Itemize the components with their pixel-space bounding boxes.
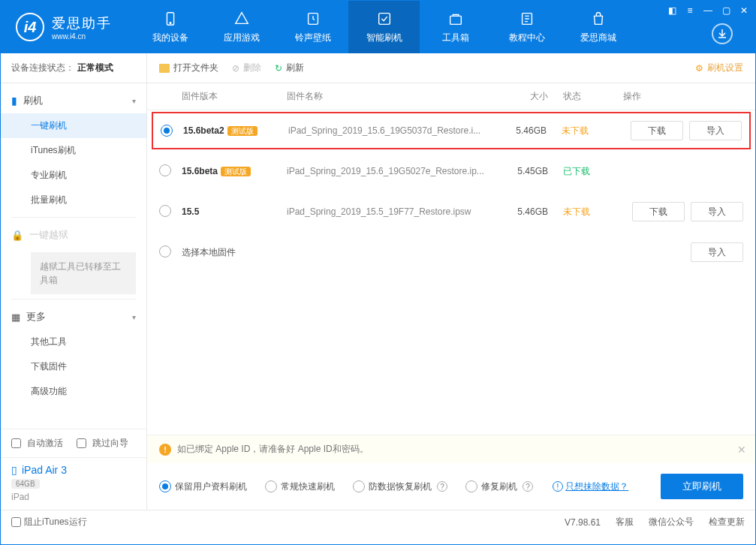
block-itunes-label: 阻止iTunes运行	[24, 516, 87, 528]
flash-option-0[interactable]: 保留用户资料刷机	[159, 480, 247, 493]
titlebar: i4 爱思助手 www.i4.cn 我的设备应用游戏铃声壁纸智能刷机工具箱教程中…	[1, 1, 755, 53]
flash-now-button[interactable]: 立即刷机	[661, 474, 743, 499]
topnav-4[interactable]: 工具箱	[420, 1, 491, 53]
jailbreak-note: 越狱工具已转移至工具箱	[31, 252, 136, 294]
close-warning-icon[interactable]: ✕	[737, 444, 746, 456]
sidebar-more-item-0[interactable]: 其他工具	[1, 330, 146, 354]
firmware-radio[interactable]	[161, 125, 173, 137]
firmware-row: 15.6beta测试版iPad_Spring_2019_15.6_19G5027…	[147, 151, 755, 191]
delete-button[interactable]: ⊘ 删除	[232, 62, 261, 74]
device-storage-badge: 64GB	[11, 479, 40, 489]
firmware-version: 15.5	[182, 206, 199, 217]
flash-option-1[interactable]: 常规快速刷机	[265, 480, 335, 493]
nav-icon	[447, 11, 464, 27]
topnav-2[interactable]: 铃声壁纸	[277, 1, 348, 53]
sidebar-item-1[interactable]: iTunes刷机	[1, 138, 146, 163]
statusbar: 阻止iTunes运行 V7.98.61 客服 微信公众号 检查更新	[1, 510, 755, 534]
option-radio[interactable]	[353, 480, 365, 492]
import-button[interactable]: 导入	[691, 242, 743, 262]
skip-guide-label: 跳过向导	[92, 437, 128, 450]
firmware-size: 5.45GB	[503, 166, 563, 176]
topnav-0[interactable]: 我的设备	[134, 1, 206, 53]
nav-icon	[519, 11, 535, 27]
download-button[interactable]: 下载	[632, 202, 685, 221]
help-icon[interactable]: ?	[437, 481, 447, 492]
flash-option-2[interactable]: 防数据恢复刷机?	[353, 480, 447, 493]
menu-icon[interactable]: ≡	[685, 5, 695, 16]
flash-settings-button[interactable]: ⚙ 刷机设置	[695, 62, 743, 74]
refresh-button[interactable]: ↻ 刷新	[275, 62, 304, 74]
sidebar-group-more[interactable]: ▦ 更多 ▾	[1, 304, 146, 330]
sidebar-item-0[interactable]: 一键刷机	[1, 113, 146, 138]
warning-text: 如已绑定 Apple ID，请准备好 Apple ID和密码。	[177, 443, 369, 456]
skip-guide-checkbox[interactable]	[77, 438, 86, 448]
topnav-1[interactable]: 应用游戏	[206, 1, 277, 53]
info-icon[interactable]: !	[553, 481, 563, 492]
header-size: 大小	[503, 90, 563, 103]
download-button[interactable]: 下载	[631, 121, 683, 140]
import-button[interactable]: 导入	[691, 202, 743, 221]
topnav-6[interactable]: 爱思商城	[562, 1, 634, 53]
window-controls: ◧ ≡ — ▢ ✕	[667, 5, 749, 16]
sidebar-group-flash[interactable]: ▮ 刷机 ▾	[1, 88, 146, 113]
download-manager-icon[interactable]	[712, 23, 733, 44]
sidebar-item-3[interactable]: 批量刷机	[1, 188, 146, 212]
svg-point-1	[170, 22, 171, 23]
open-folder-button[interactable]: 打开文件夹	[159, 62, 218, 74]
warning-icon: !	[159, 444, 171, 456]
firmware-radio[interactable]	[159, 245, 171, 257]
header-version: 固件版本	[182, 90, 287, 103]
svg-rect-3	[378, 13, 390, 24]
sidebar-jailbreak-label: 一键越狱	[29, 228, 68, 242]
sidebar-item-2[interactable]: 专业刷机	[1, 163, 146, 188]
header-status: 状态	[563, 90, 623, 103]
nav-icon	[590, 11, 607, 27]
firmware-status: 未下载	[563, 206, 623, 218]
warning-bar: ! 如已绑定 Apple ID，请准备好 Apple ID和密码。 ✕	[147, 435, 755, 463]
minimize-icon[interactable]: —	[703, 5, 713, 16]
beta-badge: 测试版	[221, 167, 251, 176]
header-name: 固件名称	[287, 90, 503, 103]
topnav-5[interactable]: 教程中心	[491, 1, 562, 53]
gear-icon: ⚙	[695, 63, 703, 74]
erase-data-link[interactable]: 只想抹除数据？	[565, 481, 628, 492]
firmware-status: 未下载	[562, 125, 622, 137]
wechat-link[interactable]: 微信公众号	[649, 516, 694, 528]
topnav-3[interactable]: 智能刷机	[348, 1, 420, 53]
nav-icon	[305, 11, 321, 27]
lock-icon: 🔒	[11, 230, 23, 241]
option-radio[interactable]	[159, 480, 171, 492]
maximize-icon[interactable]: ▢	[721, 5, 731, 16]
firmware-radio[interactable]	[159, 164, 171, 176]
firmware-radio[interactable]	[159, 205, 171, 217]
check-update-link[interactable]: 检查更新	[709, 516, 745, 528]
delete-icon: ⊘	[232, 63, 239, 74]
nav-icon	[233, 11, 250, 27]
toolbar: 打开文件夹 ⊘ 删除 ↻ 刷新 ⚙ 刷机设置	[147, 53, 755, 83]
device-name: iPad Air 3	[22, 464, 67, 476]
firmware-version: 15.6beta2	[183, 125, 224, 136]
auto-activate-checkbox[interactable]	[11, 438, 21, 448]
grid-icon: ▦	[11, 312, 20, 323]
app-title: 爱思助手	[52, 14, 112, 32]
option-radio[interactable]	[465, 480, 477, 492]
skin-icon[interactable]: ◧	[667, 5, 677, 16]
close-icon[interactable]: ✕	[739, 5, 749, 16]
sidebar-more-item-1[interactable]: 下载固件	[1, 354, 146, 379]
top-nav: 我的设备应用游戏铃声壁纸智能刷机工具箱教程中心爱思商城	[134, 1, 634, 53]
help-icon[interactable]: ?	[523, 481, 533, 492]
sidebar-more-item-2[interactable]: 高级功能	[1, 379, 146, 404]
firmware-name: iPad_Spring_2019_15.5_19F77_Restore.ipsw	[287, 206, 503, 217]
firmware-status: 已下载	[563, 165, 623, 178]
header-ops: 操作	[623, 90, 743, 103]
customer-service-link[interactable]: 客服	[616, 516, 634, 528]
nav-icon	[376, 11, 393, 27]
nav-icon	[162, 11, 179, 27]
flash-option-3[interactable]: 修复刷机?	[465, 480, 533, 493]
device-info: ▯ iPad Air 3 64GB iPad	[1, 457, 146, 510]
svg-rect-4	[450, 16, 461, 24]
local-firmware-row: 选择本地固件 导入	[147, 232, 755, 272]
option-radio[interactable]	[265, 480, 277, 492]
import-button[interactable]: 导入	[689, 121, 742, 140]
block-itunes-checkbox[interactable]	[11, 517, 21, 527]
